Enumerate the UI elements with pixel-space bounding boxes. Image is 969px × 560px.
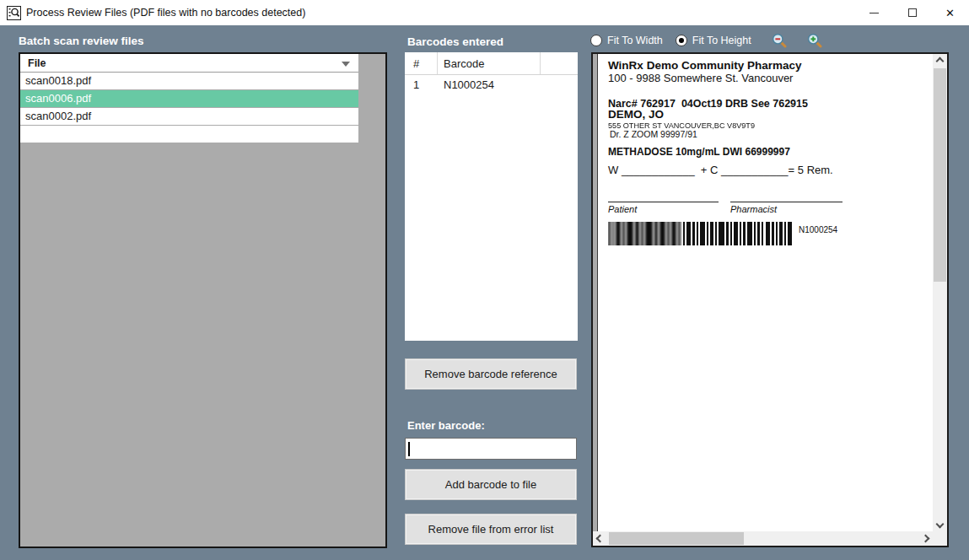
pdf-preview-panel: WinRx Demo Community Pharmacy 100 - 9988…: [591, 52, 949, 547]
patient-signature-line: [608, 202, 719, 202]
column-header-spacer: [541, 52, 578, 74]
titlebar: Process Review Files (PDF files with no …: [0, 0, 969, 25]
file-list: File scan0018.pdf scan0006.pdf scan0002.…: [20, 54, 358, 143]
barcode-row-number: 1: [405, 75, 438, 94]
scroll-left-button[interactable]: [593, 531, 607, 546]
file-row-scan0006-selected[interactable]: scan0006.pdf: [20, 90, 358, 108]
page-left-gutter: [593, 54, 598, 531]
horizontal-scroll-thumb[interactable]: [609, 532, 744, 545]
view-controls: Fit To Width Fit To Height: [590, 33, 822, 48]
barcode-table-row[interactable]: 1 N1000254: [405, 75, 578, 94]
file-row-empty[interactable]: [20, 126, 358, 143]
barcode-image: [608, 222, 793, 245]
maximize-icon: [908, 8, 917, 17]
horizontal-scrollbar[interactable]: [593, 531, 933, 546]
text-caret: [408, 442, 410, 456]
barcode-input[interactable]: [405, 438, 577, 460]
fit-to-height-label[interactable]: Fit To Height: [692, 35, 751, 46]
chevron-down-scroll-icon: [936, 520, 945, 529]
drug-line: METHADOSE 10mg/mL DWI 66999997: [608, 146, 790, 158]
file-column-header[interactable]: File: [20, 54, 358, 73]
batch-scan-review-files-label: Batch scan review files: [19, 35, 144, 47]
chevron-down-icon[interactable]: [342, 62, 350, 67]
file-row-scan0002[interactable]: scan0002.pdf: [20, 108, 358, 126]
barcodes-table-header: # Barcode: [405, 52, 578, 75]
enter-barcode-label: Enter barcode:: [407, 419, 485, 432]
batch-scan-files-panel: File scan0018.pdf scan0006.pdf scan0002.…: [19, 52, 387, 548]
patient-name: DEMO, JO: [608, 108, 664, 121]
add-barcode-to-file-button[interactable]: Add barcode to file: [405, 469, 577, 500]
chevron-left-icon: [596, 535, 605, 543]
fit-to-height-radio[interactable]: [676, 35, 687, 46]
column-header-barcode[interactable]: Barcode: [438, 52, 541, 74]
pharmacy-name: WinRx Demo Community Pharmacy: [608, 59, 801, 72]
pdf-page: WinRx Demo Community Pharmacy 100 - 9988…: [599, 54, 933, 531]
zoom-in-icon[interactable]: [807, 33, 822, 48]
minimize-button[interactable]: [855, 0, 893, 25]
file-column-label: File: [28, 57, 46, 69]
zoom-out-icon[interactable]: [772, 33, 787, 48]
process-review-files-window: Process Review Files (PDF files with no …: [0, 0, 969, 560]
pharmacist-signature-line: [730, 202, 842, 202]
scrollbar-corner: [933, 531, 947, 546]
app-icon: [7, 6, 21, 20]
minimize-icon: [869, 13, 879, 13]
barcodes-entered-label: Barcodes entered: [407, 35, 503, 48]
chevron-right-icon: [922, 535, 930, 543]
scroll-up-button[interactable]: [933, 54, 947, 68]
doctor-line: Dr. Z ZOOM 99997/91: [610, 129, 697, 139]
pharmacy-address: 100 - 9988 Somewhere St. Vancouver: [608, 72, 793, 84]
fit-to-width-label[interactable]: Fit To Width: [607, 35, 663, 46]
close-icon: ✕: [945, 8, 955, 19]
column-header-number[interactable]: #: [405, 52, 438, 74]
maximize-button[interactable]: [893, 0, 931, 25]
barcode-row-value: N1000254: [438, 75, 541, 94]
close-button[interactable]: ✕: [931, 0, 969, 25]
remove-barcode-reference-button[interactable]: Remove barcode reference: [405, 358, 577, 390]
vertical-scrollbar[interactable]: [933, 54, 947, 531]
barcode-value-label: N1000254: [799, 225, 837, 234]
patient-sig-label: Patient: [608, 204, 637, 214]
scroll-down-button[interactable]: [933, 517, 947, 531]
window-title: Process Review Files (PDF files with no …: [26, 0, 305, 25]
scroll-right-button[interactable]: [918, 531, 933, 546]
file-row-scan0018[interactable]: scan0018.pdf: [20, 73, 358, 90]
formula-line: W ____________ + C ___________= 5 Rem.: [608, 164, 833, 176]
vertical-scroll-thumb[interactable]: [934, 68, 946, 282]
remove-file-from-error-list-button[interactable]: Remove file from error list: [405, 514, 577, 545]
fit-to-width-radio[interactable]: [590, 35, 602, 46]
chevron-up-icon: [936, 57, 945, 66]
pharmacist-sig-label: Pharmacist: [730, 204, 777, 214]
barcodes-table: # Barcode 1 N1000254: [405, 52, 578, 341]
